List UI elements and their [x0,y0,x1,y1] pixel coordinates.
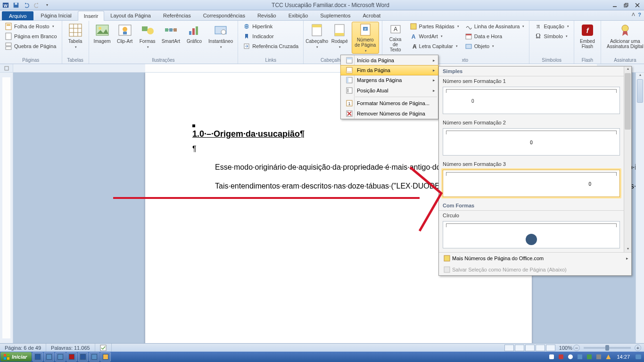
signature-line-button[interactable]: Linha de Assinatura▾ [463,22,527,31]
bookmark-button[interactable]: Indicador [241,32,300,41]
redo-icon[interactable] [32,1,41,9]
shapes-button[interactable]: Formas▾ [137,22,158,54]
zoom-level[interactable]: 100% [559,345,572,351]
svg-point-20 [99,27,101,30]
header-button[interactable]: Cabeçalho▾ [306,22,327,54]
taskbar-app-icon[interactable] [100,352,111,362]
menu-page-margins[interactable]: Margens da Página▸ [341,75,438,85]
page-number-button[interactable]: #Número de Página▾ [352,22,379,54]
equation-button[interactable]: πEquação▾ [532,22,570,31]
digital-signature-button[interactable]: Adicionar uma Assinatura Digital [604,22,644,54]
tray-icon[interactable] [586,353,593,361]
blank-page-button[interactable]: Página em Branco [3,32,59,41]
restore-icon[interactable] [620,1,632,9]
taskbar-app-icon[interactable] [33,352,43,362]
menu-format-page-numbers[interactable]: 1 Formatar Números de Página... [341,98,438,108]
status-proofing-icon[interactable] [95,344,112,352]
tab-insert[interactable]: Inserir [78,11,105,21]
save-icon[interactable] [11,1,21,9]
zoom-out-icon[interactable]: − [573,345,580,351]
hyperlink-button[interactable]: Hiperlink [241,22,300,31]
help-icon[interactable]: ? [638,12,641,17]
symbol-button[interactable]: ΩSímbolo▾ [532,32,570,41]
qat-customize-icon[interactable]: ▾ [42,1,52,9]
tab-references[interactable]: Referências [157,10,197,20]
object-button[interactable]: Objeto▾ [463,41,527,51]
view-outline-icon[interactable] [536,345,545,351]
menu-remove-page-numbers[interactable]: Remover Números de Página [341,108,438,119]
view-print-layout-icon[interactable] [504,345,514,351]
smartart-button[interactable]: SmartArt [160,22,182,54]
tray-clock[interactable]: 14:27 [614,354,633,360]
tray-icon[interactable] [635,353,642,361]
zoom-slider[interactable] [584,347,631,349]
tab-view[interactable]: Exibição [282,10,314,20]
gallery-item-plain2[interactable]: 0 [443,128,620,156]
gallery-more-from-office[interactable]: Mais Números de Página do Office.com ▸ [439,253,631,264]
tab-addins[interactable]: Suplementos [314,10,356,20]
tab-home[interactable]: Página Inicial [34,10,77,20]
taskbar-app-icon[interactable] [78,352,88,362]
minimize-icon[interactable] [609,1,620,9]
zoom-in-icon[interactable]: + [635,345,641,351]
tray-icon[interactable] [576,353,584,361]
tray-icon[interactable] [604,353,612,361]
titlebar: W ▾ TCC Usucapião Familiar.docx - Micros… [0,0,644,10]
menu-top-of-page[interactable]: Início da Página▸ [341,55,438,66]
close-icon[interactable] [632,1,643,9]
scrollbar-thumb[interactable] [637,79,643,103]
quick-access-toolbar: W ▾ [1,1,52,9]
tray-icon[interactable] [595,353,603,361]
tab-mailings[interactable]: Correspondências [197,10,251,20]
tab-acrobat[interactable]: Acrobat [356,10,387,20]
clipart-button[interactable]: Clip-Art [115,22,135,54]
tray-icon[interactable] [557,353,565,361]
menu-bottom-of-page[interactable]: Fim da Página▸ [340,65,438,75]
footer-button[interactable]: Rodapé▾ [329,22,350,54]
table-button[interactable]: Tabela▾ [65,22,86,54]
ribbon-group-links: Hiperlink Indicador Referência Cruzada L… [238,21,304,64]
taskbar-app-icon[interactable] [89,352,99,362]
gallery-item-circle[interactable] [443,221,620,248]
wordart-button[interactable]: AWordArt▾ [408,32,461,41]
tab-layout[interactable]: Layout da Página [104,10,157,20]
chart-button[interactable]: Gráfico [184,22,205,54]
picture-button[interactable]: Imagem [92,22,113,54]
crossref-button[interactable]: Referência Cruzada [241,41,300,51]
page-break-button[interactable]: Quebra de Página [3,41,59,51]
scrollbar-thumb[interactable] [625,73,631,130]
start-button[interactable]: Iniciar [0,352,32,362]
tab-review[interactable]: Revisão [251,10,282,20]
page-bottom-icon [344,66,355,74]
gallery-item-plain3[interactable]: 0 [443,170,620,197]
gallery-scrollbar[interactable]: ▴ ▾ [624,66,631,252]
cover-page-button[interactable]: Folha de Rosto▾ [3,22,59,31]
view-web-icon[interactable] [525,345,535,351]
tab-file[interactable]: Arquivo [2,11,33,20]
taskbar-app-icon[interactable] [55,352,66,362]
embed-flash-button[interactable]: fEmbed Flash [577,22,598,54]
gallery-item-plain1[interactable]: 0 [443,87,620,114]
undo-icon[interactable] [22,1,31,9]
tray-icon[interactable] [567,353,574,361]
minimize-ribbon-icon[interactable]: ᐱ [632,12,635,17]
tray-icon[interactable] [548,353,555,361]
view-fullscreen-icon[interactable] [515,345,524,351]
status-page[interactable]: Página: 6 de 49 [0,344,46,352]
vertical-scrollbar[interactable]: ▴ [636,73,644,343]
dropcap-button[interactable]: ALetra Capitular▾ [408,41,461,51]
zoom-slider-thumb[interactable] [605,345,609,351]
ribbon-group-ilustracoes: Imagem Clip-Art Formas▾ SmartArt Gráfico… [89,21,239,64]
word-app-icon[interactable]: W [1,1,10,9]
gallery-item-label: Número sem Formatação 1 [439,76,624,86]
quickparts-button[interactable]: Partes Rápidas▾ [408,22,461,31]
datetime-button[interactable]: Data e Hora [463,32,527,41]
status-word-count[interactable]: Palavras: 11.065 [46,344,95,352]
ruler-corner[interactable] [0,64,13,72]
textbox-button[interactable]: ACaixa de Texto▾ [385,22,406,54]
taskbar-app-icon[interactable] [44,352,54,362]
view-draft-icon[interactable] [546,345,555,351]
menu-current-position[interactable]: Posição Atual▸ [341,85,438,96]
screenshot-button[interactable]: Instantâneo▾ [206,22,235,54]
taskbar-app-icon[interactable] [66,352,77,362]
